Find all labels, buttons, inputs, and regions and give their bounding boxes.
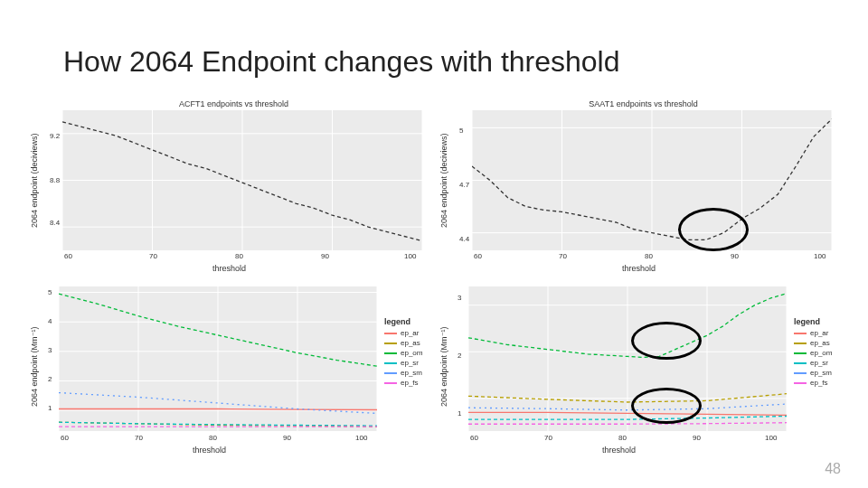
annotation-ellipse: [678, 208, 749, 251]
panel-top-right: SAAT1 endpoints vs threshold 2064 endpoi…: [441, 99, 845, 279]
legend-label: ep_as: [401, 339, 420, 347]
panel-b-plot: [472, 110, 832, 250]
panel-top-left: ACFT1 endpoints vs threshold 2064 endpoi…: [32, 99, 436, 279]
panel-c-xlabel: threshold: [193, 446, 226, 455]
chart-grid: ACFT1 endpoints vs threshold 2064 endpoi…: [32, 99, 845, 461]
legend-item: ep_om: [384, 348, 434, 358]
panel-c-ylabel: 2064 endpoint (Mm⁻¹): [30, 308, 39, 426]
legend-item: ep_sm: [794, 368, 844, 378]
legend-label: ep_om: [401, 349, 422, 357]
annotation-ellipse: [631, 322, 702, 360]
legend-label: ep_fs: [810, 379, 828, 387]
panel-d-ylabel: 2064 endpoint (Mm⁻¹): [439, 308, 448, 426]
legend-label: ep_sm: [810, 369, 832, 377]
panel-c-legend: legendep_arep_asep_omep_srep_smep_fs: [384, 317, 434, 388]
legend-item: ep_sr: [794, 358, 844, 368]
panel-d-legend: legendep_arep_asep_omep_srep_smep_fs: [794, 317, 844, 388]
slide-title: How 2064 Endpoint changes with threshold: [63, 45, 620, 79]
legend-label: ep_sr: [810, 359, 828, 367]
legend-item: ep_sm: [384, 368, 434, 378]
legend-item: ep_as: [384, 338, 434, 348]
panel-bottom-right: 2064 endpoint (Mm⁻¹) 3 2 1 60 70 80 90 1…: [441, 281, 845, 461]
legend-label: ep_as: [810, 339, 830, 347]
legend-item: ep_sr: [384, 358, 434, 368]
legend-item: ep_fs: [794, 378, 844, 388]
panel-d-plot: [468, 286, 787, 431]
legend-item: ep_as: [794, 338, 844, 348]
panel-b-title: SAAT1 endpoints vs threshold: [441, 99, 845, 108]
panel-a-plot: [62, 110, 422, 250]
panel-bottom-left: 2064 endpoint (Mm⁻¹) 5 4 3 2 1 60 70 80 …: [32, 281, 436, 461]
legend-label: ep_fs: [401, 379, 419, 387]
panel-b-xlabel: threshold: [622, 264, 656, 273]
panel-c-plot: [59, 286, 377, 431]
legend-label: ep_ar: [401, 329, 419, 337]
panel-a-title: ACFT1 endpoints vs threshold: [32, 99, 436, 108]
legend-item: ep_ar: [794, 328, 844, 338]
panel-a-ylabel: 2064 endpoint (deciviews): [30, 127, 39, 235]
slide-page-number: 48: [825, 461, 841, 477]
legend-label: ep_sr: [401, 359, 419, 367]
panel-d-xlabel: threshold: [602, 446, 636, 455]
legend-item: ep_om: [794, 348, 844, 358]
panel-a-xlabel: threshold: [212, 264, 246, 273]
legend-label: ep_om: [810, 349, 832, 357]
legend-label: ep_sm: [401, 369, 422, 377]
annotation-ellipse: [631, 388, 702, 424]
legend-label: ep_ar: [810, 329, 828, 337]
legend-item: ep_fs: [384, 378, 434, 388]
panel-b-ylabel: 2064 endpoint (deciviews): [439, 127, 448, 235]
legend-item: ep_ar: [384, 328, 434, 338]
